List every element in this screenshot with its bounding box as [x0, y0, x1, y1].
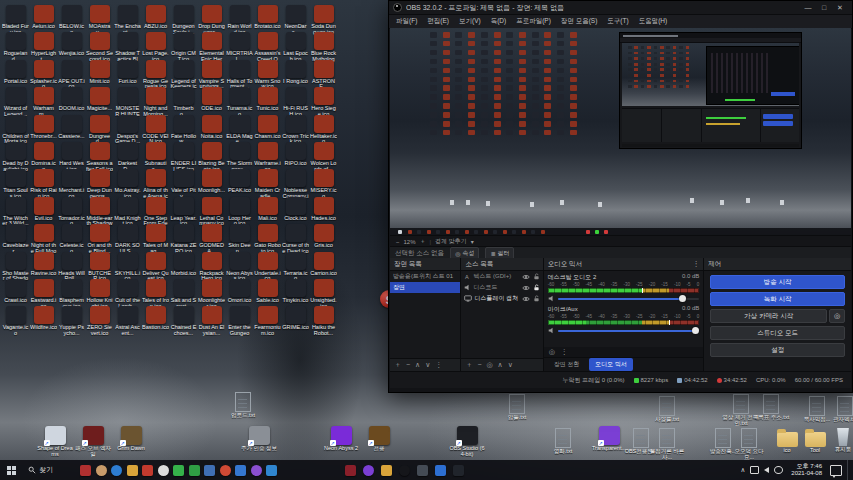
- source-properties-icon[interactable]: ◎: [486, 359, 492, 371]
- menu-item[interactable]: 도움말(H): [635, 16, 672, 27]
- move-down-icon[interactable]: ∨: [508, 359, 513, 371]
- desktop-icon[interactable]: Middle-earth Shadow of...: [86, 197, 113, 227]
- move-up-icon[interactable]: ∧: [415, 359, 420, 371]
- desktop-icon[interactable]: Elemental Epic Hero...: [198, 32, 225, 62]
- desktop-icon[interactable]: The Slormance...: [226, 142, 253, 172]
- desktop-icon[interactable]: Splasher.ico: [30, 60, 57, 90]
- desktop-icon[interactable]: Portal.ico: [2, 60, 29, 85]
- desktop-icon[interactable]: The Enchant...: [114, 5, 141, 35]
- taskbar-search[interactable]: 찾기: [22, 460, 59, 480]
- desktop-icon[interactable]: Neon Abyss.ico: [226, 252, 253, 282]
- source-item[interactable]: A텍스트 (GDI+): [461, 271, 542, 282]
- desktop-icon[interactable]: Shadow Tactics Bla...: [114, 32, 141, 62]
- desktop-icon[interactable]: Tomador.ico: [58, 197, 85, 227]
- desktop-icon[interactable]: Rogue Genesia.ico: [142, 60, 169, 90]
- fit-to-screen-button[interactable]: 경계 맞추기: [435, 237, 467, 246]
- taskbar-app-icon[interactable]: [142, 465, 153, 476]
- desktop-icon[interactable]: Maiden Cradle...: [254, 169, 281, 199]
- desktop-icon[interactable]: Fearmonium.ico: [254, 306, 281, 336]
- desktop-icon[interactable]: Crown Trick.ico: [282, 115, 309, 145]
- desktop-icon[interactable]: Warm Snow.ico: [254, 60, 281, 90]
- desktop-icon[interactable]: Dungeon Souls.i...: [170, 5, 197, 35]
- desktop-icon[interactable]: Crawl.ico: [2, 279, 29, 304]
- desktop-icon[interactable]: Katana ZERO.ico: [170, 224, 197, 254]
- remove-icon[interactable]: −: [477, 359, 481, 371]
- taskbar-app-icon[interactable]: [235, 465, 246, 476]
- scene-item[interactable]: 장면: [390, 282, 460, 293]
- desktop-icon[interactable]: Yuppie Psycho...: [58, 306, 85, 336]
- desktop-icon[interactable]: Hi-Fi RUSH.ico: [282, 87, 309, 117]
- taskbar-app-icon[interactable]: [127, 465, 138, 476]
- desktop-icon[interactable]: RIPO.ico: [282, 142, 309, 167]
- desktop-icon[interactable]: Carrion.ico: [310, 252, 337, 277]
- add-icon[interactable]: ＋: [465, 359, 472, 371]
- desktop-icon-txt[interactable]: 오오덕 요다묘...: [730, 428, 768, 460]
- desktop-icon[interactable]: Bastion.ico: [142, 306, 169, 331]
- desktop-icon[interactable]: ASTRONE...: [310, 60, 337, 90]
- display-tray-icon[interactable]: [750, 466, 759, 474]
- taskbar-app-icon[interactable]: [399, 465, 410, 476]
- desktop-icon[interactable]: BELOW.ico: [58, 5, 85, 35]
- desktop-icon[interactable]: Hades.ico: [310, 197, 337, 222]
- desktop-icon[interactable]: Last Epoch.ico: [282, 32, 309, 62]
- desktop-icon[interactable]: The Witcher 3 Wild...: [2, 197, 29, 227]
- desktop-icon[interactable]: Seasons after Fall.ico: [86, 142, 113, 172]
- desktop-icon[interactable]: One Step From Eden...: [142, 197, 169, 227]
- desktop-icon-app[interactable]: Shape of Dreams: [36, 426, 74, 457]
- desktop-icon[interactable]: Timberbo...: [170, 87, 197, 117]
- desktop-icon[interactable]: Skin Deep...: [226, 224, 253, 254]
- more-icon[interactable]: ⋮: [435, 359, 442, 371]
- settings-button[interactable]: 설정: [710, 343, 845, 357]
- desktop-icon-txt[interactable]: 영화.txt: [544, 428, 582, 455]
- desktop-icon[interactable]: DARK SOULS...: [114, 224, 141, 254]
- desktop-icon[interactable]: Rogueland...: [2, 32, 29, 62]
- desktop-icon[interactable]: Gris.ico: [310, 224, 337, 249]
- desktop-icon[interactable]: Deep Dungeons...: [86, 169, 113, 199]
- desktop-icon[interactable]: Second Second.ico: [86, 32, 113, 62]
- taskbar-app-icon[interactable]: [453, 465, 464, 476]
- desktop-icon[interactable]: Soda Dungeon.ico: [310, 5, 337, 35]
- desktop-icon[interactable]: Vale of Pity...: [170, 169, 197, 199]
- desktop-icon[interactable]: Mo.Astray.ico: [114, 169, 141, 199]
- desktop-icon[interactable]: MISERY.ico: [310, 169, 337, 199]
- desktop-icon[interactable]: Sable.ico: [254, 279, 281, 304]
- taskbar-clock[interactable]: 오후 7:46 2021-04-08: [788, 463, 825, 477]
- desktop-icon[interactable]: Mali.ico: [254, 197, 281, 222]
- taskbar-app-icon[interactable]: [158, 465, 169, 476]
- desktop-icon-txt[interactable]: 업로드.txt: [224, 392, 262, 419]
- desktop-icon[interactable]: Sho Master of Shadow...: [2, 252, 29, 282]
- speaker-icon[interactable]: [548, 327, 555, 334]
- desktop-icon[interactable]: Unsighted.ico: [310, 279, 337, 309]
- desktop-icon[interactable]: DOOM.ico: [58, 87, 85, 112]
- desktop-icon[interactable]: Tunic.ico: [254, 87, 281, 112]
- desktop-icon[interactable]: Gato Roboto.ico: [254, 224, 281, 254]
- desktop-icon[interactable]: Eastward.ico: [30, 279, 57, 309]
- desktop-icon-txt[interactable]: 물접거른 바른 사...: [648, 428, 686, 460]
- close-button[interactable]: ✕: [832, 2, 848, 13]
- scene-item[interactable]: 방송용(트위치 스트 01: [390, 271, 460, 282]
- desktop-icon[interactable]: Origin CMT.ico: [170, 32, 197, 62]
- taskbar-app-icon[interactable]: [96, 465, 107, 476]
- desktop-icon[interactable]: SKYHILL.ico: [114, 252, 141, 282]
- desktop-icon[interactable]: ENDER LILIES.ico: [170, 142, 197, 172]
- desktop-icon[interactable]: Ori and the Blind...: [86, 224, 113, 254]
- desktop-icon[interactable]: Blazing Beats.ico: [198, 142, 225, 172]
- taskbar-app-icon[interactable]: [417, 465, 428, 476]
- desktop-icon[interactable]: Hollow Knight.ico: [86, 279, 113, 309]
- zoom-in-button[interactable]: ＋: [420, 237, 426, 246]
- desktop-icon[interactable]: Ravine.ico: [30, 252, 57, 277]
- desktop-icon-app[interactable]: OBS Studio (64-bit): [448, 426, 486, 457]
- start-streaming-button[interactable]: 방송 시작: [710, 275, 845, 289]
- desktop-icon[interactable]: Helltaker.ico: [310, 115, 337, 145]
- start-button[interactable]: [0, 460, 22, 480]
- desktop-icon[interactable]: Darkest D...: [114, 142, 141, 172]
- taskbar-app-icon[interactable]: [251, 465, 262, 476]
- desktop-icon[interactable]: Loop Hero.ico: [226, 197, 253, 227]
- desktop-icon[interactable]: Minit.ico: [86, 60, 113, 85]
- mixer-settings-icon[interactable]: ◎: [549, 348, 555, 356]
- desktop-icon-txt[interactable]: 사양률.txt: [648, 396, 686, 423]
- lock-closed-icon[interactable]: [533, 284, 540, 291]
- taskbar-app-icon[interactable]: [111, 465, 122, 476]
- move-up-icon[interactable]: ∧: [498, 359, 503, 371]
- desktop-icon-app[interactable]: 패스 오브 엑자일: [74, 426, 112, 457]
